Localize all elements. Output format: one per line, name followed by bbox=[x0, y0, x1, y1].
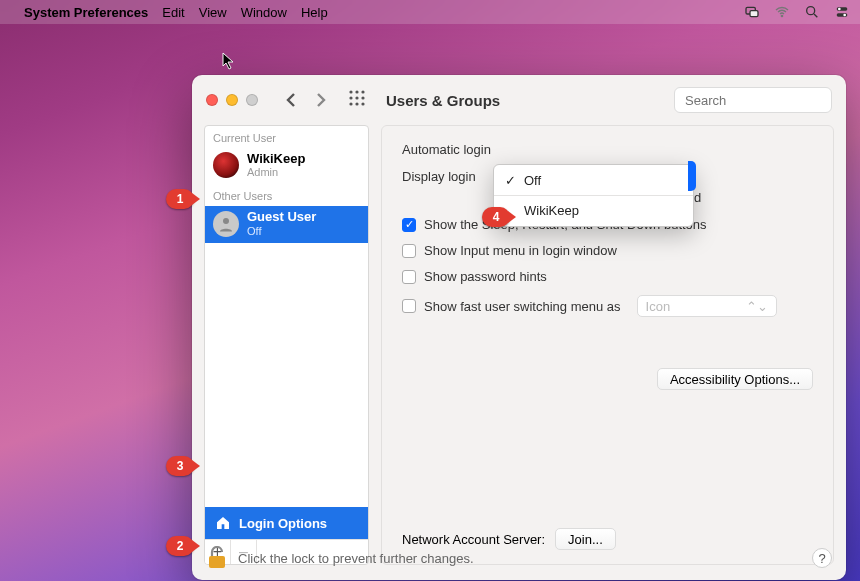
svg-point-16 bbox=[355, 102, 358, 105]
svg-point-10 bbox=[355, 90, 358, 93]
dropdown-item-off[interactable]: ✓ Off bbox=[494, 169, 693, 192]
current-user-name: WikiKeep bbox=[247, 152, 305, 166]
house-icon bbox=[215, 515, 231, 531]
lock-text: Click the lock to prevent further change… bbox=[238, 551, 474, 566]
users-sidebar: Current User WikiKeep Admin Other Users … bbox=[204, 125, 369, 565]
search-input[interactable] bbox=[685, 93, 853, 108]
dropdown-item-label: Off bbox=[524, 173, 541, 188]
password-hints-label: Show password hints bbox=[424, 269, 547, 284]
close-window-button[interactable] bbox=[206, 94, 218, 106]
help-menu[interactable]: Help bbox=[301, 5, 328, 20]
current-user-label: Current User bbox=[205, 126, 368, 148]
back-button[interactable] bbox=[280, 88, 304, 112]
zoom-window-button[interactable] bbox=[246, 94, 258, 106]
edit-menu[interactable]: Edit bbox=[162, 5, 184, 20]
svg-point-14 bbox=[361, 96, 364, 99]
svg-point-20 bbox=[223, 218, 229, 224]
screen-mirroring-icon[interactable] bbox=[744, 4, 760, 20]
menubar: System Preferences Edit View Window Help bbox=[0, 0, 860, 24]
window-controls bbox=[206, 94, 258, 106]
svg-point-13 bbox=[355, 96, 358, 99]
svg-rect-1 bbox=[750, 11, 758, 17]
password-hints-checkbox[interactable] bbox=[402, 270, 416, 284]
fast-switching-label: Show fast user switching menu as bbox=[424, 299, 621, 314]
svg-line-4 bbox=[814, 14, 817, 17]
guest-avatar-icon bbox=[213, 211, 239, 237]
svg-point-11 bbox=[361, 90, 364, 93]
svg-point-7 bbox=[838, 8, 841, 11]
window-toolbar: Users & Groups bbox=[192, 75, 846, 125]
guest-user-row[interactable]: Guest User Off bbox=[205, 206, 368, 242]
svg-point-12 bbox=[349, 96, 352, 99]
sleep-restart-checkbox[interactable] bbox=[402, 218, 416, 232]
lock-row: Click the lock to prevent further change… bbox=[206, 546, 832, 570]
svg-point-3 bbox=[807, 7, 815, 15]
other-users-label: Other Users bbox=[205, 184, 368, 206]
lock-icon[interactable] bbox=[206, 546, 228, 570]
automatic-login-dropdown[interactable]: ✓ Off WikiKeep bbox=[493, 164, 694, 227]
show-all-button[interactable] bbox=[348, 89, 366, 111]
guest-user-role: Off bbox=[247, 225, 316, 237]
svg-point-8 bbox=[843, 14, 846, 17]
current-user-row[interactable]: WikiKeep Admin bbox=[205, 148, 368, 184]
svg-point-15 bbox=[349, 102, 352, 105]
user-avatar-icon bbox=[213, 152, 239, 178]
current-user-role: Admin bbox=[247, 166, 305, 178]
guest-user-name: Guest User bbox=[247, 210, 316, 224]
network-account-label: Network Account Server: bbox=[402, 532, 545, 547]
checkmark-icon: ✓ bbox=[504, 173, 516, 188]
annotation-badge-2: 2 bbox=[166, 536, 194, 556]
dropdown-item-wikikeep[interactable]: WikiKeep bbox=[494, 199, 693, 222]
control-center-icon[interactable] bbox=[834, 4, 850, 20]
svg-point-2 bbox=[781, 15, 782, 16]
fast-switching-value: Icon bbox=[646, 299, 671, 314]
login-options-row[interactable]: Login Options bbox=[205, 507, 368, 539]
spotlight-icon[interactable] bbox=[804, 4, 820, 20]
annotation-badge-1: 1 bbox=[166, 189, 194, 209]
annotation-badge-4: 4 bbox=[482, 207, 510, 227]
view-menu[interactable]: View bbox=[199, 5, 227, 20]
window-title: Users & Groups bbox=[386, 92, 500, 109]
accessibility-options-button[interactable]: Accessibility Options... bbox=[657, 368, 813, 390]
fast-switching-checkbox[interactable] bbox=[402, 299, 416, 313]
mouse-cursor-icon bbox=[222, 52, 236, 70]
wifi-icon[interactable] bbox=[774, 4, 790, 20]
minimize-window-button[interactable] bbox=[226, 94, 238, 106]
input-menu-checkbox[interactable] bbox=[402, 244, 416, 258]
input-menu-label: Show Input menu in login window bbox=[424, 243, 617, 258]
window-menu[interactable]: Window bbox=[241, 5, 287, 20]
chevron-updown-icon: ⌃⌄ bbox=[746, 299, 768, 314]
fast-switching-select[interactable]: Icon ⌃⌄ bbox=[637, 295, 777, 317]
display-login-label: Display login bbox=[402, 169, 476, 184]
svg-point-17 bbox=[361, 102, 364, 105]
forward-button[interactable] bbox=[308, 88, 332, 112]
app-menu[interactable]: System Preferences bbox=[24, 5, 148, 20]
system-preferences-window: Users & Groups Current User WikiKeep Adm… bbox=[192, 75, 846, 580]
help-button[interactable]: ? bbox=[812, 548, 832, 568]
automatic-login-label: Automatic login bbox=[402, 142, 491, 157]
dropdown-handle-icon bbox=[688, 161, 696, 191]
search-field[interactable] bbox=[674, 87, 832, 113]
svg-point-9 bbox=[349, 90, 352, 93]
dropdown-item-label: WikiKeep bbox=[524, 203, 579, 218]
svg-rect-21 bbox=[209, 556, 225, 568]
login-options-label: Login Options bbox=[239, 516, 327, 531]
annotation-badge-3: 3 bbox=[166, 456, 194, 476]
